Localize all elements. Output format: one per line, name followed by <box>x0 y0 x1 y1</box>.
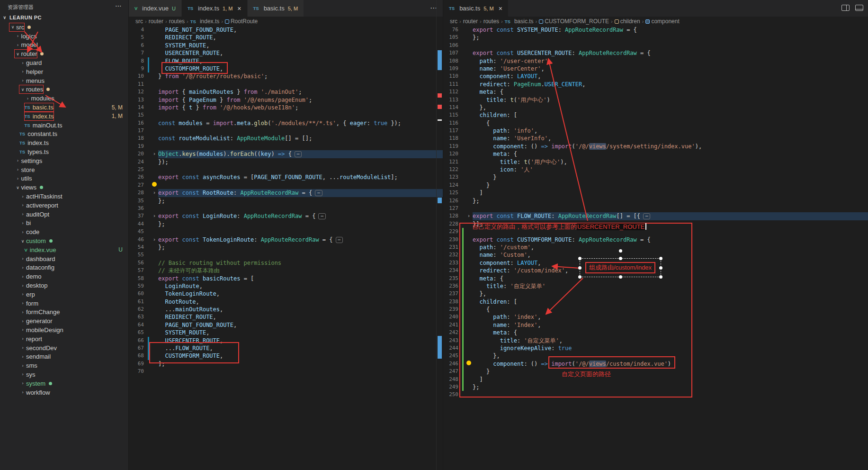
code-line-116[interactable]: 116 { <box>443 119 868 127</box>
line-number[interactable]: 56 <box>129 259 148 267</box>
breadcrumb-index.ts[interactable]: TSindex.ts <box>190 18 220 25</box>
line-number[interactable]: 128 <box>443 212 462 220</box>
lightbulb-icon[interactable] <box>466 361 471 365</box>
code-text[interactable]: } <box>473 173 868 181</box>
code-line-37[interactable]: 37›export const LoginRoute: AppRouteReco… <box>129 212 443 220</box>
line-number[interactable]: 25 <box>129 166 148 173</box>
code-line-247[interactable]: 247 } <box>443 368 868 375</box>
tree-item-workflow[interactable]: ›workflow <box>0 388 128 397</box>
code-line-229[interactable]: 229 <box>443 228 868 235</box>
line-number[interactable]: 238 <box>443 298 462 306</box>
tree-item-bi[interactable]: ›bi <box>0 219 128 228</box>
line-number[interactable]: 124 <box>443 181 462 189</box>
tree-item-sys[interactable]: ›sys <box>0 370 128 379</box>
line-number[interactable]: 27 <box>129 181 148 189</box>
code-text[interactable]: } <box>473 181 868 189</box>
line-number[interactable]: 108 <box>443 57 462 65</box>
line-number[interactable]: 26 <box>129 173 148 181</box>
code-line-14[interactable]: 14import { t } from '/@/hooks/web/useI18… <box>129 104 443 111</box>
line-number[interactable]: 115 <box>443 111 462 119</box>
line-number[interactable]: 60 <box>129 290 148 298</box>
code-text[interactable]: const modules = import.meta.glob('./modu… <box>158 119 443 127</box>
code-text[interactable]: USERCENTER_ROUTE, <box>158 337 443 344</box>
code-text[interactable]: title: '自定义菜单' <box>473 282 868 290</box>
code-text[interactable] <box>158 228 443 235</box>
line-number[interactable]: 76 <box>443 26 462 34</box>
code-line-11[interactable]: 11 <box>129 81 443 88</box>
code-line-35[interactable]: 35}; <box>129 197 443 205</box>
layout-icon[interactable] <box>855 5 863 11</box>
code-line-44[interactable]: 44}; <box>129 220 443 228</box>
code-line-237[interactable]: 237 }, <box>443 290 868 298</box>
tree-item-modules[interactable]: ›modules <box>0 94 128 103</box>
line-number[interactable]: 61 <box>129 298 148 306</box>
code-line-249[interactable]: 249}; <box>443 383 868 391</box>
line-number[interactable]: 117 <box>443 127 462 135</box>
close-icon[interactable]: × <box>499 5 502 12</box>
code-line-54[interactable]: 54}; <box>129 244 443 251</box>
code-text[interactable]: redirect: '/custom/index', <box>473 267 868 274</box>
tree-item-formChange[interactable]: ›formChange <box>0 308 128 317</box>
code-line-46[interactable]: 46›export const TokenLoginRoute: AppRout… <box>129 236 443 244</box>
line-number[interactable]: 231 <box>443 244 462 251</box>
code-text[interactable]: children: [ <box>473 111 868 119</box>
code-text[interactable] <box>158 127 443 135</box>
code-line-112[interactable]: 112 meta: { <box>443 88 868 96</box>
code-line-232[interactable]: 232 name: 'Custom', <box>443 251 868 259</box>
code-text[interactable]: { <box>473 306 868 313</box>
fold-chevron-icon[interactable]: › <box>151 150 158 158</box>
code-line-63[interactable]: 63 REDIRECT_ROUTE, <box>129 313 443 321</box>
tree-item-desktop[interactable]: ›desktop <box>0 281 128 290</box>
code-line-244[interactable]: 244 ignoreKeepAlive: true <box>443 344 868 352</box>
code-line-245[interactable]: 245 }, <box>443 352 868 360</box>
code-line-65[interactable]: 65 SYSTEM_ROUTE, <box>129 329 443 336</box>
code-text[interactable]: path: 'index', <box>473 313 868 321</box>
code-line-19[interactable]: 19 <box>129 143 443 150</box>
line-number[interactable]: 106 <box>443 42 462 49</box>
code-text[interactable]: SYSTEM_ROUTE, <box>158 329 443 336</box>
fold-chevron-icon[interactable]: › <box>151 236 158 244</box>
breadcrumb-RootRoute[interactable]: RootRoute <box>225 18 258 25</box>
code-text[interactable]: } from '/@/router/routes/basic'; <box>158 72 443 80</box>
tree-item-index.ts[interactable]: TSindex.ts <box>0 138 128 147</box>
code-text[interactable]: ...mainOutRoutes, <box>158 306 443 313</box>
code-text[interactable]: SYSTEM_ROUTE, <box>158 42 443 49</box>
tree-item-settings[interactable]: ›settings <box>0 156 128 165</box>
code-text[interactable] <box>158 368 443 375</box>
line-number[interactable]: 20 <box>129 150 148 158</box>
code-line-228[interactable]: 228}]; <box>443 220 868 228</box>
line-number[interactable]: 116 <box>443 119 462 127</box>
code-text[interactable]: RootRoute, <box>158 298 443 306</box>
code-line-119[interactable]: 119 component: () => import('/@/views/sy… <box>443 143 868 150</box>
code-text[interactable]: title: '自定义菜单', <box>473 337 868 344</box>
code-line-110[interactable]: 110 component: LAYOUT, <box>443 72 868 80</box>
tree-item-src[interactable]: ∨src <box>0 23 128 32</box>
code-line-105[interactable]: 105}; <box>443 34 868 41</box>
code-text[interactable]: CUSTOMFORM_ROUTE, <box>158 65 443 72</box>
tree-item-guard[interactable]: ›guard <box>0 58 128 67</box>
code-line-111[interactable]: 111 redirect: PageEnum.USER_CENTER, <box>443 81 868 88</box>
line-number[interactable]: 70 <box>129 368 148 375</box>
tree-item-system[interactable]: ›system <box>0 379 128 388</box>
folded-region-ellipsis[interactable]: ⋯ <box>295 151 302 157</box>
code-line-20[interactable]: 20›Object.keys(modules).forEach((key) =>… <box>129 150 443 158</box>
code-line-127[interactable]: 127 <box>443 205 868 212</box>
code-text[interactable]: export const RootRoute: AppRouteRecordRa… <box>158 189 443 197</box>
code-text[interactable] <box>473 228 868 235</box>
tree-item-report[interactable]: ›report <box>0 334 128 343</box>
line-number[interactable]: 229 <box>443 228 462 235</box>
code-line-59[interactable]: 59 LoginRoute, <box>129 282 443 290</box>
code-text[interactable]: ignoreKeepAlive: true <box>473 344 868 352</box>
code-line-250[interactable]: 250 <box>443 391 868 398</box>
folded-region-ellipsis[interactable]: ⋯ <box>336 237 343 243</box>
code-line-17[interactable]: 17 <box>129 127 443 135</box>
code-text[interactable]: TokenLoginRoute, <box>158 290 443 298</box>
line-number[interactable]: 241 <box>443 321 462 329</box>
code-text[interactable]: }); <box>158 158 443 166</box>
line-number[interactable]: 68 <box>129 352 148 360</box>
tree-item-demo[interactable]: ›demo <box>0 272 128 281</box>
line-number[interactable]: 35 <box>129 197 148 205</box>
code-line-124[interactable]: 124 } <box>443 181 868 189</box>
line-number[interactable]: 12 <box>129 88 148 96</box>
tree-item-form[interactable]: ›form <box>0 299 128 308</box>
